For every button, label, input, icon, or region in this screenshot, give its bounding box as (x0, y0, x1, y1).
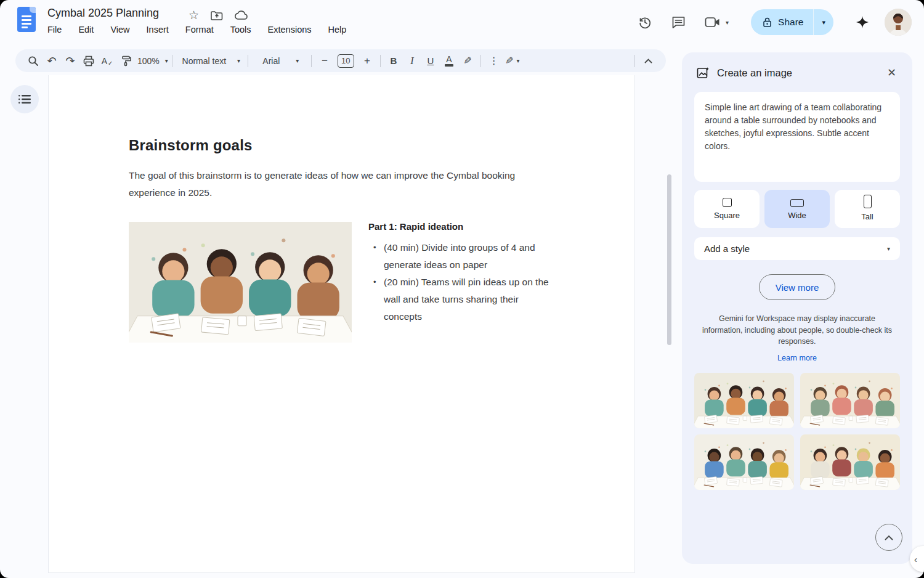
cloud-status-icon[interactable] (235, 10, 248, 20)
menu-bar: File Edit View Insert Format Tools Exten… (47, 25, 346, 35)
document-scrollbar[interactable] (667, 174, 671, 345)
doc-bullet-item: (20 min) Teams will pin ideas up on the … (368, 274, 559, 325)
highlight-color-icon[interactable]: ✎ (458, 52, 477, 70)
square-shape-icon (723, 198, 732, 207)
hide-menus-icon[interactable] (639, 52, 657, 70)
underline-button[interactable]: U (421, 52, 440, 70)
chevron-left-icon: ‹ (914, 554, 917, 564)
meet-caret-icon[interactable]: ▾ (726, 19, 729, 26)
view-more-button[interactable]: View more (759, 274, 836, 300)
image-prompt-input[interactable]: Simple line art drawing of a team collab… (694, 92, 900, 182)
doc-inline-image[interactable] (129, 222, 352, 343)
generated-images-grid (694, 373, 900, 490)
aspect-wide-button[interactable]: Wide (764, 190, 830, 228)
document-title[interactable]: Cymbal 2025 Planning (47, 7, 159, 20)
search-menus-icon[interactable] (24, 52, 43, 70)
share-button[interactable]: Share ▾ (751, 9, 833, 35)
style-caret-icon: ▾ (887, 245, 890, 252)
more-options-icon[interactable]: ⋮ (485, 52, 503, 70)
create-image-panel: Create an image ✕ Simple line art drawin… (682, 52, 912, 564)
menu-view[interactable]: View (110, 25, 129, 35)
generated-image-thumbnail[interactable] (694, 373, 794, 428)
menu-extensions[interactable]: Extensions (268, 25, 312, 35)
lock-icon (762, 17, 772, 28)
doc-intro-paragraph: The goal of this brainstorm is to genera… (129, 167, 523, 201)
spellcheck-icon[interactable]: A✓ (98, 52, 116, 70)
undo-icon[interactable]: ↶ (43, 52, 61, 70)
generated-image-thumbnail[interactable] (800, 434, 900, 490)
share-label: Share (778, 17, 803, 28)
meet-video-icon[interactable] (705, 17, 721, 28)
app-window: Cymbal 2025 Planning ☆ File Edit View In… (0, 0, 924, 578)
text-color-button[interactable]: A (440, 52, 458, 70)
show-outline-button[interactable] (10, 85, 39, 113)
doc-bullet-list: (40 min) Divide into groups of 4 and gen… (368, 239, 559, 325)
account-avatar[interactable] (885, 9, 912, 36)
docs-logo-icon[interactable] (17, 7, 36, 32)
gemini-disclaimer: Gemini for Workspace may display inaccur… (701, 313, 893, 348)
move-folder-icon[interactable] (211, 10, 223, 20)
menu-file[interactable]: File (47, 25, 62, 35)
menu-format[interactable]: Format (185, 25, 214, 35)
pen-mode-select[interactable]: ✎▾ (503, 52, 522, 70)
decrease-font-icon[interactable]: − (315, 52, 334, 70)
tall-shape-icon (864, 195, 872, 208)
aspect-tall-button[interactable]: Tall (835, 190, 900, 228)
doc-heading: Brainstorm goals (129, 137, 253, 154)
generated-image-thumbnail[interactable] (800, 373, 900, 428)
star-icon[interactable]: ☆ (188, 8, 199, 22)
scroll-to-top-button[interactable] (875, 524, 902, 551)
zoom-select[interactable]: 100%▾ (135, 52, 168, 70)
panel-title: Create an image (717, 67, 885, 79)
add-style-dropdown[interactable]: Add a style ▾ (694, 237, 900, 260)
generated-image-thumbnail[interactable] (694, 434, 794, 490)
bold-button[interactable]: B (384, 52, 403, 70)
increase-font-icon[interactable]: + (358, 52, 376, 70)
doc-bullet-item: (40 min) Divide into groups of 4 and gen… (368, 239, 559, 274)
menu-tools[interactable]: Tools (230, 25, 251, 35)
font-size-input[interactable]: 10 (338, 54, 354, 68)
comments-icon[interactable] (671, 15, 686, 29)
close-panel-icon[interactable]: ✕ (885, 65, 899, 81)
document-page[interactable]: Brainstorm goals The goal of this brains… (48, 75, 635, 573)
share-caret-icon[interactable]: ▾ (814, 18, 833, 26)
menu-insert[interactable]: Insert (147, 25, 169, 35)
font-family-select[interactable]: Arial▾ (252, 52, 307, 70)
toolbar: ↶ ↷ A✓ 100%▾ Normal text▾ Arial▾ (15, 49, 666, 72)
aspect-square-button[interactable]: Square (694, 190, 760, 228)
create-image-icon (697, 67, 710, 79)
learn-more-link[interactable]: Learn more (682, 354, 912, 362)
gemini-sparkle-icon[interactable] (856, 15, 869, 29)
italic-button[interactable]: I (403, 52, 421, 70)
menu-edit[interactable]: Edit (78, 25, 94, 35)
doc-section-title: Part 1: Rapid ideation (368, 221, 559, 232)
menu-help[interactable]: Help (328, 25, 347, 35)
version-history-icon[interactable] (638, 15, 652, 30)
print-icon[interactable] (79, 52, 98, 70)
paragraph-style-select[interactable]: Normal text▾ (176, 52, 244, 70)
paint-format-icon[interactable] (116, 52, 135, 70)
wide-shape-icon (790, 199, 804, 207)
redo-icon[interactable]: ↷ (61, 52, 79, 70)
